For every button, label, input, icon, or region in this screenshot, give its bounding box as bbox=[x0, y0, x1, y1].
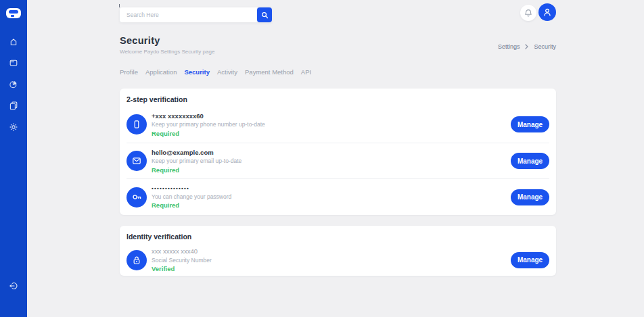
tab-security[interactable]: Security bbox=[184, 68, 210, 76]
status-badge: Verified bbox=[152, 265, 212, 272]
manage-email-button[interactable]: Manage bbox=[511, 153, 549, 169]
page-title: Security bbox=[120, 35, 160, 46]
settings-tabs: Profile Application Security Activity Pa… bbox=[120, 68, 311, 76]
chevron-right-icon bbox=[524, 44, 529, 49]
logo-mark bbox=[9, 10, 18, 14]
documents-icon bbox=[9, 101, 18, 110]
sidebar-item-home[interactable] bbox=[9, 37, 18, 47]
card-title: Identity verification bbox=[120, 226, 556, 244]
sidebar-item-reports[interactable] bbox=[9, 80, 18, 89]
wallet-icon bbox=[9, 58, 18, 68]
manage-ssn-button[interactable]: Manage bbox=[511, 252, 549, 268]
status-badge: Required bbox=[152, 166, 242, 174]
manage-password-button[interactable]: Manage bbox=[511, 189, 549, 205]
home-icon bbox=[9, 37, 18, 47]
verification-row-email: hello@example.com Keep your primary emai… bbox=[127, 143, 549, 179]
card-title: 2-step verification bbox=[120, 89, 556, 107]
breadcrumb-settings[interactable]: Settings bbox=[498, 43, 520, 50]
sidebar-item-documents[interactable] bbox=[9, 101, 18, 110]
bell-icon bbox=[524, 9, 532, 18]
search-input[interactable] bbox=[120, 7, 257, 22]
password-description: You can change your password bbox=[152, 193, 231, 200]
logo-mark-tab bbox=[11, 15, 14, 17]
tab-payment-method[interactable]: Payment Method bbox=[245, 68, 294, 76]
status-badge: Required bbox=[152, 130, 265, 137]
gear-icon bbox=[9, 122, 18, 132]
user-avatar[interactable] bbox=[538, 3, 556, 21]
sidebar bbox=[0, 0, 27, 317]
status-badge: Required bbox=[152, 201, 231, 209]
search-icon bbox=[261, 11, 269, 19]
search-bar bbox=[120, 7, 272, 22]
identity-verification-card: Identity verification xxx xxxxx xxx40 So… bbox=[120, 226, 556, 276]
notifications-button[interactable] bbox=[520, 5, 536, 21]
email-description: Keep your primary email up-to-date bbox=[152, 157, 242, 164]
breadcrumb: Settings Security bbox=[498, 43, 556, 50]
phone-description: Keep your primary phone number up-to-dat… bbox=[152, 121, 265, 128]
tab-api[interactable]: API bbox=[301, 68, 311, 76]
tab-profile[interactable]: Profile bbox=[120, 68, 138, 76]
breadcrumb-security[interactable]: Security bbox=[534, 43, 556, 50]
sidebar-item-wallet[interactable] bbox=[9, 58, 18, 68]
lock-icon bbox=[127, 250, 147, 270]
verification-row-ssn: xxx xxxxx xxx40 Social Security Number V… bbox=[127, 244, 549, 276]
email-icon bbox=[127, 151, 147, 171]
tab-application[interactable]: Application bbox=[145, 68, 177, 76]
password-value: •••••••••••••• bbox=[152, 185, 231, 191]
two-step-verification-card: 2-step verification +xxx xxxxxxxx60 Keep… bbox=[120, 89, 556, 215]
text-cursor-artifact bbox=[119, 4, 120, 7]
email-value: hello@example.com bbox=[152, 149, 242, 156]
manage-phone-button[interactable]: Manage bbox=[511, 116, 549, 132]
verification-row-phone: +xxx xxxxxxxx60 Keep your primary phone … bbox=[127, 107, 549, 143]
paydo-logo[interactable] bbox=[6, 8, 21, 18]
sidebar-item-settings[interactable] bbox=[9, 122, 18, 132]
pie-chart-icon bbox=[9, 80, 18, 89]
verification-row-password: •••••••••••••• You can change your passw… bbox=[127, 178, 549, 215]
search-button[interactable] bbox=[257, 7, 272, 22]
sidebar-item-logout[interactable] bbox=[9, 281, 18, 291]
phone-icon bbox=[127, 114, 147, 135]
tab-activity[interactable]: Activity bbox=[217, 68, 237, 76]
ssn-description: Social Security Number bbox=[152, 257, 212, 264]
user-icon bbox=[543, 7, 552, 17]
logout-icon bbox=[9, 281, 18, 291]
key-icon bbox=[127, 187, 147, 208]
phone-number-value: +xxx xxxxxxxx60 bbox=[152, 112, 265, 120]
ssn-value: xxx xxxxx xxx40 bbox=[152, 247, 212, 255]
page-subtitle: Welcome Paydo Settings Security page bbox=[120, 49, 214, 55]
